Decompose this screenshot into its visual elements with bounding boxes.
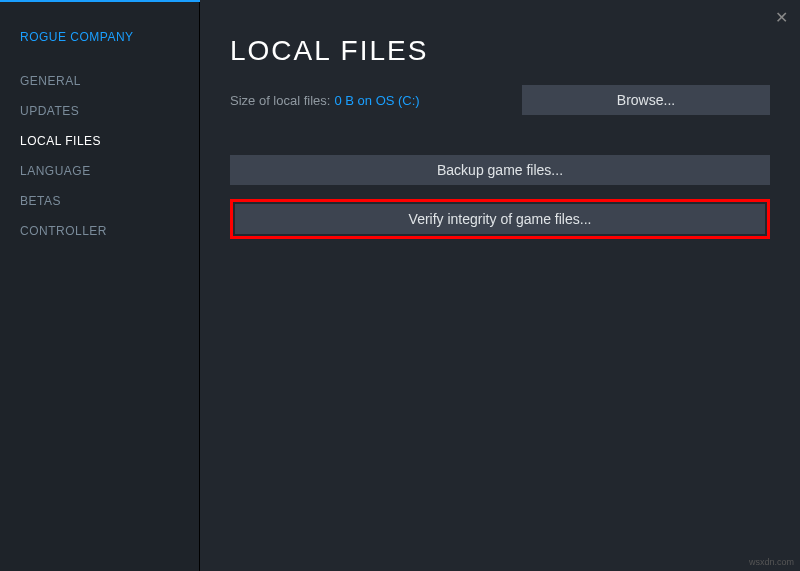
browse-button[interactable]: Browse... xyxy=(522,85,770,115)
window-container: ROGUE COMPANY GENERAL UPDATES LOCAL FILE… xyxy=(0,0,800,571)
size-value: 0 B on OS (C:) xyxy=(334,93,419,108)
sidebar-item-general[interactable]: GENERAL xyxy=(20,66,199,96)
top-accent-bar xyxy=(0,0,200,2)
page-title: LOCAL FILES xyxy=(230,35,770,67)
sidebar-item-language[interactable]: LANGUAGE xyxy=(20,156,199,186)
watermark: wsxdn.com xyxy=(749,557,794,567)
sidebar-item-updates[interactable]: UPDATES xyxy=(20,96,199,126)
size-label: Size of local files: xyxy=(230,93,330,108)
sidebar: ROGUE COMPANY GENERAL UPDATES LOCAL FILE… xyxy=(0,0,200,571)
sidebar-item-betas[interactable]: BETAS xyxy=(20,186,199,216)
size-info-row: Size of local files: 0 B on OS (C:) Brow… xyxy=(230,85,770,115)
verify-button[interactable]: Verify integrity of game files... xyxy=(235,204,765,234)
close-icon[interactable]: ✕ xyxy=(775,8,788,27)
verify-highlight: Verify integrity of game files... xyxy=(230,199,770,239)
game-title: ROGUE COMPANY xyxy=(20,30,199,44)
main-panel: LOCAL FILES Size of local files: 0 B on … xyxy=(200,0,800,571)
sidebar-item-controller[interactable]: CONTROLLER xyxy=(20,216,199,246)
backup-button[interactable]: Backup game files... xyxy=(230,155,770,185)
sidebar-item-local-files[interactable]: LOCAL FILES xyxy=(20,126,199,156)
